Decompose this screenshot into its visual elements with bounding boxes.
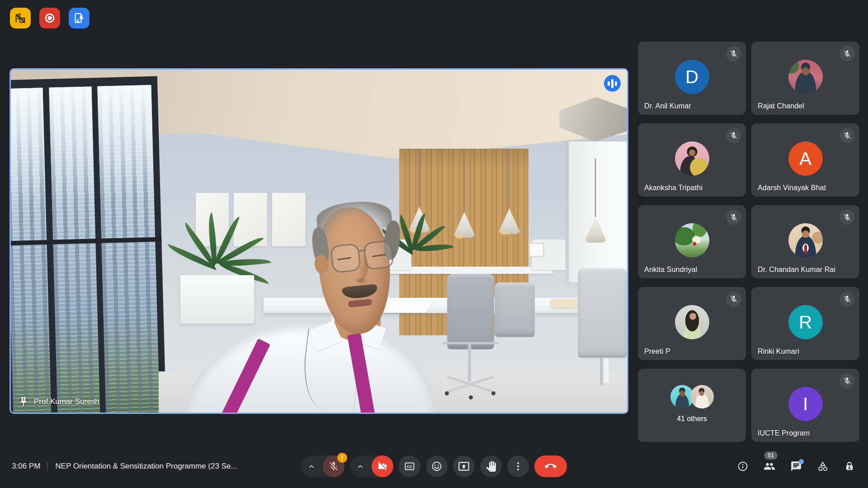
record-button[interactable] — [39, 8, 60, 28]
attendance-off-button[interactable] — [10, 8, 31, 28]
participant-tile-ankita[interactable]: Ankita Sundriyal — [638, 205, 746, 278]
mic-options-chevron[interactable] — [301, 455, 322, 477]
participant-name: Adarsh Vinayak Bhat — [758, 184, 826, 192]
avatar-photo — [675, 223, 709, 258]
participant-tile-iucte[interactable]: I IUCTE Program — [751, 369, 859, 442]
avatar-photo — [788, 223, 823, 258]
meeting-details-button[interactable] — [737, 460, 749, 472]
planter-box — [180, 275, 255, 323]
end-call-button[interactable] — [534, 455, 567, 477]
record-icon — [43, 12, 56, 24]
window-pane — [9, 88, 52, 414]
mic-toggle-button[interactable]: ! — [323, 455, 344, 477]
mic-control-group: ! — [301, 455, 344, 477]
window-pane — [98, 85, 160, 414]
participant-grid: D Dr. Anil Kumar Rajat Chandel Akanksha … — [638, 42, 859, 442]
main-speaker-name: Prof.Kumar Suresh — [34, 397, 99, 406]
avatar-photo — [675, 141, 709, 176]
mic-off-icon — [726, 291, 741, 307]
emoji-smile-icon — [431, 460, 443, 472]
participant-name: Rinki Kumari — [758, 347, 799, 356]
mic-off-icon — [840, 373, 855, 389]
participant-name: Akanksha Tripathi — [644, 184, 703, 192]
avatar: I — [788, 387, 823, 421]
participant-tile-adarsh[interactable]: A Adarsh Vinayak Bhat — [751, 123, 859, 197]
chair-caster — [445, 391, 449, 395]
host-controls-button[interactable] — [844, 460, 855, 472]
participant-tile-preeti[interactable]: Preeti P — [638, 287, 746, 360]
participant-tile-rajat[interactable]: Rajat Chandel — [751, 42, 859, 115]
participant-name: Dr. Chandan Kumar Rai — [758, 266, 835, 274]
people-panel-button[interactable]: 51 — [764, 460, 775, 472]
avatar-pair — [670, 385, 714, 408]
office-chair-back — [495, 282, 535, 337]
host-lock-icon — [844, 460, 855, 472]
presenter-nostril — [354, 277, 368, 284]
office-chair-back — [447, 274, 494, 349]
audio-bar — [608, 81, 610, 86]
end-call-icon — [545, 460, 557, 472]
participant-name: IUCTE Program — [758, 429, 810, 437]
captions-button[interactable]: CC — [399, 455, 420, 477]
others-count-label: 41 others — [638, 415, 746, 423]
participant-tile-rinki[interactable]: R Rinki Kumari — [751, 287, 859, 360]
avatar-photo — [788, 60, 823, 94]
mic-off-icon — [840, 210, 855, 225]
transcript-mic-icon — [73, 12, 85, 24]
office-chair-post — [600, 358, 603, 385]
svg-text:CC: CC — [407, 465, 413, 469]
meeting-panels: 51 — [737, 460, 855, 472]
main-video-tile[interactable]: Prof.Kumar Suresh — [9, 68, 628, 414]
meeting-info: 3:06 PM NEP Orientation & Sensitization … — [12, 462, 237, 471]
audio-bar — [611, 79, 613, 88]
activities-button[interactable] — [817, 460, 829, 472]
mic-off-icon — [840, 128, 855, 143]
bottom-control-bar: 3:06 PM NEP Orientation & Sensitization … — [0, 445, 868, 488]
audio-level-indicator — [604, 75, 621, 92]
present-screen-button[interactable] — [453, 455, 475, 477]
meeting-title: NEP Orientation & Sensitization Programm… — [55, 462, 237, 471]
mic-warning-badge: ! — [337, 453, 347, 463]
participant-name: Preeti P — [644, 347, 670, 356]
raise-hand-button[interactable] — [480, 455, 502, 477]
participant-tile-chandan[interactable]: Dr. Chandan Kumar Rai — [751, 205, 859, 278]
divider — [47, 462, 48, 471]
transcript-button[interactable] — [69, 8, 90, 28]
reactions-button[interactable] — [426, 455, 448, 477]
participant-name: Ankita Sundriyal — [644, 266, 697, 274]
avatar: D — [675, 60, 709, 94]
overflow-tile-others[interactable]: 41 others — [638, 369, 746, 442]
present-screen-icon — [458, 460, 470, 472]
avatar-initial: I — [803, 394, 808, 414]
participant-name: Rajat Chandel — [758, 102, 804, 110]
chevron-up-icon — [357, 463, 364, 470]
white-partition — [569, 141, 629, 282]
office-chair-post — [468, 344, 471, 381]
participant-tile-anil[interactable]: D Dr. Anil Kumar — [638, 42, 746, 115]
more-options-button[interactable] — [507, 455, 529, 477]
building-slash-icon — [14, 12, 27, 24]
participant-tile-akanksha[interactable]: Akanksha Tripathi — [638, 123, 746, 197]
wall-art-panel — [272, 193, 306, 246]
clock-time: 3:06 PM — [12, 462, 40, 471]
camera-off-icon — [377, 461, 388, 472]
avatar-initial: A — [799, 149, 811, 169]
mic-off-icon — [726, 128, 741, 143]
camera-toggle-button[interactable] — [372, 455, 393, 477]
avatar: A — [788, 141, 823, 176]
avatar: R — [788, 305, 823, 339]
mic-off-icon — [840, 46, 855, 61]
pin-person-icon — [18, 396, 29, 407]
activities-icon — [817, 460, 829, 472]
virtual-office-background — [11, 70, 627, 413]
chair-caster — [491, 391, 495, 395]
camera-options-chevron[interactable] — [350, 455, 371, 477]
camera-control-group — [350, 455, 393, 477]
lamp-cord — [595, 159, 596, 217]
chat-panel-button[interactable] — [790, 460, 802, 472]
lamp-cord — [509, 149, 509, 209]
window-wall — [9, 76, 166, 414]
lamp-cord — [419, 149, 420, 207]
mic-off-icon — [328, 461, 339, 472]
avatar-photo — [675, 305, 709, 339]
